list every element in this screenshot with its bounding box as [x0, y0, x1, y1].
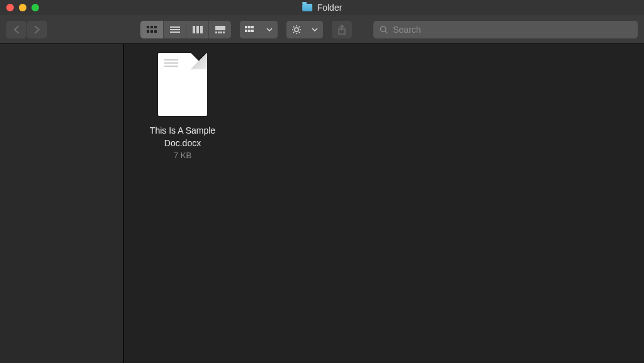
group-by-dropdown[interactable]: [240, 21, 278, 38]
svg-rect-1: [150, 26, 153, 28]
svg-rect-20: [245, 30, 247, 32]
body: This Is A Sample Doc.docx 7 KB: [0, 44, 644, 363]
svg-rect-4: [150, 30, 153, 33]
list-view-button[interactable]: [163, 21, 186, 38]
window-title-group: Folder: [302, 3, 342, 13]
close-window-button[interactable]: [6, 4, 14, 11]
svg-rect-2: [154, 26, 157, 28]
forward-button[interactable]: [27, 21, 47, 38]
svg-rect-0: [147, 26, 149, 28]
svg-rect-16: [223, 32, 225, 33]
svg-rect-21: [248, 30, 251, 32]
gear-icon: [286, 21, 307, 38]
back-button[interactable]: [6, 21, 26, 38]
sidebar: [0, 44, 124, 363]
svg-rect-12: [215, 26, 225, 30]
svg-point-33: [380, 26, 386, 32]
svg-rect-3: [147, 30, 149, 33]
svg-rect-7: [170, 29, 180, 30]
svg-rect-22: [251, 30, 254, 32]
view-mode-group: [140, 21, 231, 38]
minimize-window-button[interactable]: [19, 4, 26, 11]
action-dropdown[interactable]: [286, 21, 323, 38]
share-button[interactable]: [332, 21, 352, 38]
gallery-view-button[interactable]: [208, 21, 231, 38]
file-item[interactable]: This Is A Sample Doc.docx 7 KB: [135, 53, 230, 160]
svg-rect-6: [170, 26, 180, 28]
svg-line-29: [299, 32, 300, 33]
icon-view-button[interactable]: [140, 21, 163, 38]
svg-rect-15: [220, 32, 222, 33]
document-icon: [158, 53, 207, 116]
toolbar: [0, 15, 644, 44]
svg-rect-9: [193, 26, 195, 33]
svg-rect-14: [218, 32, 220, 33]
folder-icon: [302, 4, 312, 11]
svg-line-28: [293, 26, 295, 28]
svg-point-23: [295, 28, 298, 32]
chevron-down-icon: [307, 21, 323, 38]
search-input[interactable]: [393, 25, 631, 35]
content-area[interactable]: This Is A Sample Doc.docx 7 KB: [124, 44, 644, 363]
svg-rect-8: [170, 32, 180, 33]
file-name: This Is A Sample Doc.docx: [135, 125, 230, 149]
svg-line-34: [385, 31, 387, 33]
svg-line-31: [299, 26, 300, 28]
svg-rect-17: [245, 26, 247, 28]
svg-rect-5: [154, 30, 157, 33]
svg-rect-11: [200, 26, 203, 33]
titlebar: Folder: [0, 0, 644, 15]
fullscreen-window-button[interactable]: [31, 4, 39, 11]
svg-rect-18: [248, 26, 251, 28]
search-icon: [380, 25, 388, 34]
chevron-down-icon: [261, 21, 278, 38]
column-view-button[interactable]: [186, 21, 208, 38]
svg-rect-19: [251, 26, 254, 28]
svg-line-30: [293, 32, 295, 33]
svg-rect-13: [215, 32, 217, 33]
window-controls: [0, 4, 39, 11]
search-field[interactable]: [373, 21, 638, 38]
file-size: 7 KB: [174, 151, 191, 160]
window-title: Folder: [317, 3, 342, 13]
nav-buttons: [6, 21, 47, 38]
svg-rect-10: [196, 26, 199, 33]
